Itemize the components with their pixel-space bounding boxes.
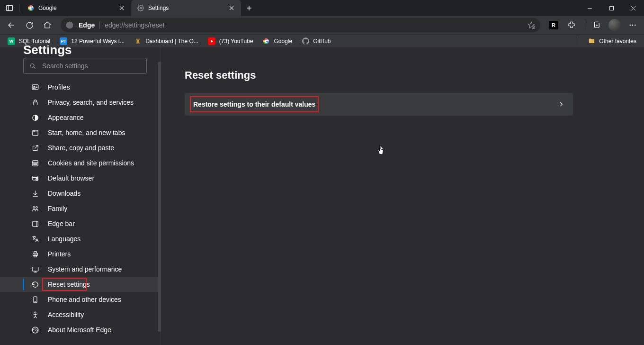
bookmark-dashboard[interactable]: ♜ Dashboard | The O... bbox=[130, 36, 202, 47]
maximize-button[interactable] bbox=[600, 0, 622, 16]
profile-icon bbox=[31, 83, 39, 91]
svg-point-61 bbox=[35, 312, 36, 313]
sidebar-item-label: Appearance bbox=[48, 114, 84, 121]
edge-icon bbox=[31, 326, 39, 334]
settings-page: Settings Search settings ProfilesPrivacy… bbox=[0, 47, 644, 345]
lock-icon bbox=[31, 98, 39, 107]
address-bar[interactable]: Edge edge://settings/reset bbox=[61, 18, 540, 32]
svg-rect-0 bbox=[7, 6, 13, 11]
svg-point-5 bbox=[140, 7, 142, 9]
new-tab-button[interactable] bbox=[241, 5, 257, 11]
sidebar-item-edgebar[interactable]: Edge bar bbox=[0, 216, 161, 231]
favorite-star-icon[interactable] bbox=[527, 21, 536, 29]
bookmark-github[interactable]: GitHub bbox=[298, 36, 334, 47]
edgebar-icon bbox=[31, 219, 39, 228]
bookmark-sql-tutorial[interactable]: W SQL Tutorial bbox=[4, 36, 54, 47]
download-icon bbox=[31, 189, 39, 198]
sidebar-item-label: Family bbox=[48, 205, 67, 212]
sidebar-item-system[interactable]: System and performance bbox=[0, 262, 161, 277]
sidebar-item-label: Languages bbox=[48, 235, 80, 243]
tab-close-button[interactable] bbox=[228, 4, 235, 12]
reset-icon bbox=[31, 280, 39, 289]
svg-rect-54 bbox=[34, 251, 36, 253]
site-identity-icon[interactable] bbox=[65, 21, 74, 29]
settings-favicon-icon bbox=[137, 4, 144, 12]
sidebar-item-label: Edge bar bbox=[48, 220, 75, 227]
svg-point-38 bbox=[33, 131, 34, 131]
w3-icon: W bbox=[8, 37, 15, 45]
window-controls bbox=[579, 0, 644, 16]
sidebar-item-label: Cookies and site permissions bbox=[48, 159, 134, 167]
svg-rect-53 bbox=[33, 253, 37, 255]
tab-title: Settings bbox=[148, 5, 224, 11]
url-text: edge://settings/reset bbox=[105, 21, 164, 29]
appearance-icon bbox=[31, 113, 39, 122]
svg-rect-56 bbox=[32, 267, 38, 271]
cookies-icon bbox=[31, 159, 39, 167]
titlebar-drag-area[interactable] bbox=[257, 0, 579, 16]
sidebar-item-printer[interactable]: Printers bbox=[0, 246, 161, 262]
profile-button[interactable] bbox=[606, 18, 623, 33]
bookmark-youtube[interactable]: (73) YouTube bbox=[204, 36, 257, 47]
tab-settings[interactable]: Settings bbox=[131, 0, 241, 16]
sidebar-item-label: Default browser bbox=[48, 174, 94, 182]
sidebar-item-phone[interactable]: Phone and other devices bbox=[0, 292, 161, 307]
default-icon bbox=[31, 174, 39, 182]
home-button[interactable] bbox=[39, 18, 56, 33]
bookmark-label: Google bbox=[274, 38, 292, 45]
sidebar-item-label: About Microsoft Edge bbox=[48, 326, 111, 334]
back-button[interactable] bbox=[3, 18, 20, 33]
search-placeholder: Search settings bbox=[42, 62, 88, 70]
sidebar-item-start[interactable]: Start, home, and new tabs bbox=[0, 125, 161, 140]
other-favorites-button[interactable]: Other favorites bbox=[584, 36, 640, 47]
tab-google[interactable]: Google bbox=[21, 0, 131, 16]
sidebar-item-language[interactable]: Languages bbox=[0, 231, 161, 246]
origin-label: Edge bbox=[79, 21, 95, 29]
svg-point-24 bbox=[632, 25, 633, 26]
sidebar-item-label: Privacy, search, and services bbox=[48, 99, 134, 106]
google-favicon-icon bbox=[27, 4, 35, 12]
sidebar-item-lock[interactable]: Privacy, search, and services bbox=[0, 95, 161, 110]
sidebar-item-share[interactable]: Share, copy and paste bbox=[0, 140, 161, 155]
restore-settings-button[interactable]: Restore settings to their default values bbox=[185, 93, 573, 116]
bookmark-google[interactable]: Google bbox=[259, 36, 296, 47]
toolbar: Edge edge://settings/reset R bbox=[0, 16, 644, 34]
svg-point-15 bbox=[66, 22, 73, 29]
titlebar: Google Settings bbox=[0, 0, 644, 16]
sidebar-item-profile[interactable]: Profiles bbox=[0, 80, 161, 95]
sidebar-item-label: Start, home, and new tabs bbox=[48, 129, 125, 136]
sidebar-item-reset[interactable]: Reset settings bbox=[0, 277, 161, 292]
sidebar-item-appearance[interactable]: Appearance bbox=[0, 110, 161, 125]
tab-actions-button[interactable] bbox=[0, 4, 19, 12]
sidebar-item-default[interactable]: Default browser bbox=[0, 171, 161, 186]
github-icon bbox=[302, 37, 309, 45]
sidebar-scrollbar[interactable] bbox=[158, 62, 161, 332]
collections-button[interactable] bbox=[588, 18, 605, 33]
svg-point-48 bbox=[33, 206, 35, 208]
bookmark-label: Dashboard | The O... bbox=[145, 38, 198, 45]
phone-icon bbox=[31, 295, 39, 304]
svg-point-49 bbox=[36, 206, 37, 208]
pt-icon: PT bbox=[60, 37, 67, 45]
bookmark-label: SQL Tutorial bbox=[19, 38, 50, 45]
sidebar-item-accessibility[interactable]: Accessibility bbox=[0, 307, 161, 322]
close-window-button[interactable] bbox=[622, 0, 644, 16]
extension-button[interactable]: R bbox=[545, 18, 562, 33]
extension-badge: R bbox=[549, 21, 558, 29]
bookmark-powerful-ways[interactable]: PT 12 Powerful Ways t... bbox=[56, 36, 128, 47]
refresh-button[interactable] bbox=[21, 18, 38, 33]
separator bbox=[19, 4, 19, 12]
sidebar-item-download[interactable]: Downloads bbox=[0, 186, 161, 201]
svg-rect-34 bbox=[33, 102, 37, 105]
settings-search-input[interactable]: Search settings bbox=[23, 58, 147, 74]
sidebar-item-cookies[interactable]: Cookies and site permissions bbox=[0, 155, 161, 171]
separator bbox=[578, 37, 578, 45]
tab-close-button[interactable] bbox=[118, 4, 125, 12]
sidebar-item-edge[interactable]: About Microsoft Edge bbox=[0, 322, 161, 337]
sidebar-item-label: Accessibility bbox=[48, 311, 84, 318]
extensions-menu-button[interactable] bbox=[563, 18, 580, 33]
sidebar-item-family[interactable]: Family bbox=[0, 201, 161, 216]
app-menu-button[interactable] bbox=[624, 18, 641, 33]
svg-point-25 bbox=[635, 25, 635, 26]
minimize-button[interactable] bbox=[579, 0, 600, 16]
